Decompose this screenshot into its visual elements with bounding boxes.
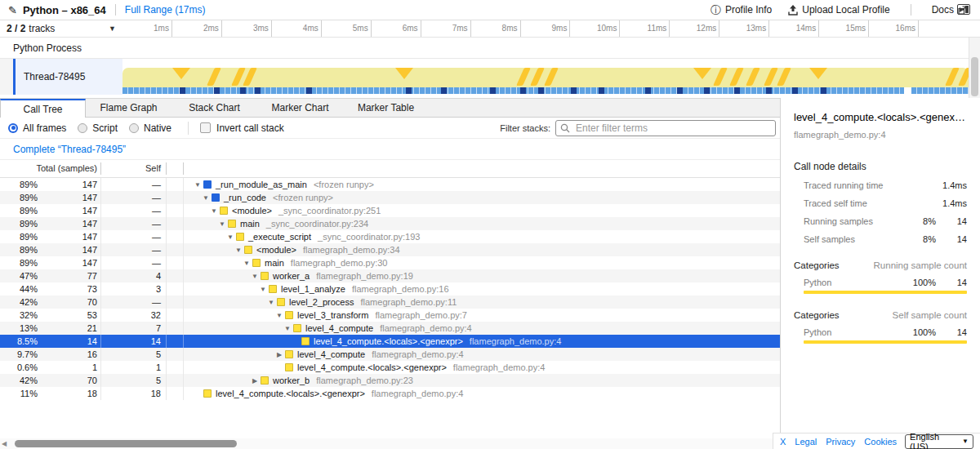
- scrollbar-thumb[interactable]: [15, 440, 237, 447]
- file-location: _sync_coordinator.py:234: [266, 219, 368, 229]
- category-square-yellow: [228, 220, 236, 228]
- time-tick-label: 9ms: [521, 20, 571, 37]
- tab-flame-graph[interactable]: Flame Graph: [86, 99, 172, 117]
- radio-label[interactable]: Script: [92, 122, 118, 134]
- sample-dark-block: [599, 87, 604, 94]
- function-name: _run_module_as_main: [216, 180, 307, 189]
- process-track-header[interactable]: Python Process: [0, 38, 969, 59]
- footer-link-legal[interactable]: Legal: [795, 437, 817, 447]
- full-range-link[interactable]: Full Range (17ms): [125, 4, 206, 16]
- sidebar-toggle-icon[interactable]: [957, 4, 970, 15]
- footer-link-cookies[interactable]: Cookies: [864, 437, 897, 447]
- tree-row[interactable]: 89%147—▼_run_code<frozen runpy>: [0, 191, 780, 204]
- twisty-collapsed-icon[interactable]: ▶: [274, 351, 285, 358]
- tree-row[interactable]: 8.5%1414level_4_compute.<locals>.<genexp…: [0, 335, 780, 348]
- tab-stack-chart[interactable]: Stack Chart: [172, 99, 257, 117]
- row-call-node: ▼level_2_processflamegraph_demo.py:11: [184, 296, 780, 309]
- sample-dark-block: [538, 87, 544, 94]
- upload-profile-button[interactable]: Upload Local Profile: [783, 4, 894, 16]
- tree-row[interactable]: 32%5332▼level_3_transformflamegraph_demo…: [0, 309, 780, 322]
- tree-row[interactable]: 42%70—▼level_2_processflamegraph_demo.py…: [0, 296, 780, 309]
- twisty-expanded-icon[interactable]: ▼: [225, 233, 236, 241]
- invert-call-stack-label[interactable]: Invert call stack: [216, 122, 284, 134]
- twisty-expanded-icon[interactable]: ▼: [192, 181, 203, 189]
- thread-track-label[interactable]: Thread-78495: [16, 59, 122, 95]
- twisty-expanded-icon[interactable]: ▼: [249, 273, 261, 280]
- row-total-samples: 147: [41, 204, 101, 217]
- breadcrumb-row: Complete “Thread-78495”: [0, 139, 780, 160]
- tree-row[interactable]: 0.6%11level_4_compute.<locals>.<genexpr>…: [0, 361, 780, 374]
- tree-row[interactable]: 89%147—▼_run_module_as_main<frozen runpy…: [0, 178, 780, 191]
- twisty-expanded-icon[interactable]: ▼: [257, 286, 269, 293]
- tree-row[interactable]: 9.7%165▶level_4_computeflamegraph_demo.p…: [0, 348, 780, 361]
- function-name: level_4_compute: [297, 349, 365, 359]
- radio-native[interactable]: [129, 123, 139, 133]
- tracks-dropdown[interactable]: 2 / 2 tracks ▼: [0, 20, 122, 37]
- tab-call-tree[interactable]: Call Tree: [0, 99, 86, 118]
- row-self-samples: —: [101, 243, 167, 256]
- filter-stacks-input[interactable]: [555, 120, 776, 136]
- sample-dark-block: [766, 87, 772, 94]
- row-self-samples: 4: [101, 269, 167, 282]
- tracks-vertical-scrollbar[interactable]: [969, 38, 980, 98]
- twisty-expanded-icon[interactable]: ▼: [265, 299, 277, 306]
- twisty-expanded-icon[interactable]: ▼: [241, 260, 252, 267]
- radio-all-frames[interactable]: [8, 123, 18, 133]
- radio-script[interactable]: [78, 123, 87, 133]
- function-name: <module>: [232, 206, 272, 216]
- tree-row[interactable]: 89%147—▼<module>_sync_coordinator.py:251: [0, 204, 780, 217]
- twisty-expanded-icon[interactable]: ▼: [274, 312, 285, 319]
- tree-row[interactable]: 89%147—▼<module>flamegraph_demo.py:34: [0, 243, 780, 256]
- row-icon-cell: [167, 322, 184, 335]
- tab-marker-chart[interactable]: Marker Chart: [257, 99, 343, 117]
- footer-link-privacy[interactable]: Privacy: [826, 437, 855, 447]
- row-total-percent: 42%: [0, 297, 41, 307]
- function-name: level_1_analyze: [281, 284, 345, 294]
- column-header-self[interactable]: Self: [101, 162, 167, 175]
- call-node-sidebar: level_4_compute.<locals>.<genexpr> flame…: [780, 98, 980, 433]
- row-total-percent: 89%: [0, 245, 41, 255]
- tree-row[interactable]: 44%733▼level_1_analyzeflamegraph_demo.py…: [0, 282, 780, 296]
- thread-activity-graph[interactable]: [122, 59, 969, 97]
- sample-dark-block: [306, 87, 312, 94]
- row-self-samples: —: [101, 230, 167, 243]
- twisty-expanded-icon[interactable]: ▼: [233, 247, 244, 254]
- row-icon-cell: [167, 191, 184, 204]
- twisty-expanded-icon[interactable]: ▼: [282, 325, 293, 332]
- calltree-horizontal-scrollbar[interactable]: ◀: [0, 438, 773, 449]
- tree-row[interactable]: 89%147—▼main_sync_coordinator.py:234: [0, 217, 780, 230]
- language-select[interactable]: English (US) ▼: [905, 434, 973, 449]
- sample-dark-block: [520, 87, 526, 94]
- scrollbar-thumb[interactable]: [971, 57, 978, 96]
- breadcrumb[interactable]: Complete “Thread-78495”: [13, 144, 126, 155]
- category-square-yellow: [285, 311, 293, 319]
- radio-label[interactable]: All frames: [23, 122, 66, 134]
- profile-info-button[interactable]: ⓘ Profile Info: [706, 4, 777, 16]
- footer-link-x[interactable]: X: [780, 437, 786, 447]
- divider: [911, 4, 911, 16]
- twisty-expanded-icon[interactable]: ▼: [216, 220, 228, 228]
- twisty-expanded-icon[interactable]: ▼: [208, 207, 220, 215]
- radio-label[interactable]: Native: [144, 122, 172, 134]
- edit-profile-name-icon[interactable]: ✎: [8, 5, 17, 16]
- profiler-app: ✎ Python – x86_64 Full Range (17ms) ⓘ Pr…: [0, 0, 980, 449]
- row-total-percent: 11%: [0, 389, 41, 398]
- category-square-blue: [212, 193, 220, 202]
- tree-row[interactable]: 13%217▼level_4_computeflamegraph_demo.py…: [0, 322, 780, 335]
- scroll-left-arrow-icon[interactable]: ◀: [2, 440, 7, 447]
- tree-row[interactable]: 11%1818level_4_compute.<locals>.<genexpr…: [0, 387, 780, 400]
- column-header-total[interactable]: Total (samples): [0, 162, 101, 175]
- row-icon-cell: [167, 296, 184, 309]
- tree-row[interactable]: 89%147—▼mainflamegraph_demo.py:30: [0, 256, 780, 269]
- tab-marker-table[interactable]: Marker Table: [343, 99, 429, 117]
- tree-row[interactable]: 47%774▼worker_aflamegraph_demo.py:19: [0, 269, 780, 282]
- tree-row[interactable]: 42%705▶worker_bflamegraph_demo.py:23: [0, 374, 780, 387]
- invert-call-stack-checkbox[interactable]: [200, 122, 211, 133]
- sample-dark-block: [704, 87, 710, 94]
- tree-row[interactable]: 89%147—▼_execute_script_sync_coordinator…: [0, 230, 780, 243]
- twisty-collapsed-icon[interactable]: ▶: [249, 377, 261, 385]
- twisty-expanded-icon[interactable]: ▼: [200, 194, 212, 202]
- category-square-yellow: [269, 285, 277, 293]
- row-self-samples: 5: [101, 374, 167, 387]
- sample-gap: [904, 87, 911, 94]
